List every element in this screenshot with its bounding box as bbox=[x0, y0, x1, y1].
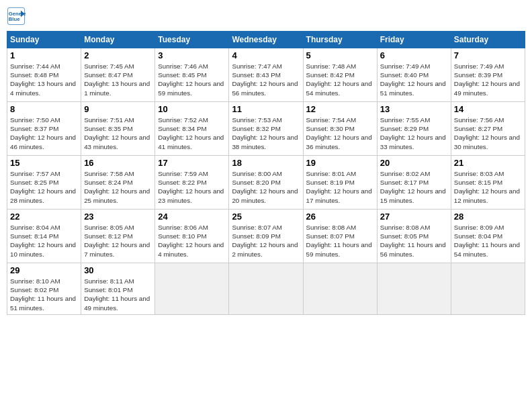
day-info: Sunrise: 7:47 AM Sunset: 8:43 PM Dayligh… bbox=[232, 62, 300, 97]
day-info: Sunrise: 8:09 AM Sunset: 8:04 PM Dayligh… bbox=[454, 223, 522, 259]
day-info: Sunrise: 8:11 AM Sunset: 8:01 PM Dayligh… bbox=[84, 277, 152, 312]
day-cell-18: 18 Sunrise: 8:00 AM Sunset: 8:20 PM Dayl… bbox=[229, 156, 303, 210]
day-info: Sunrise: 7:45 AM Sunset: 8:47 PM Dayligh… bbox=[84, 62, 152, 97]
day-number: 26 bbox=[306, 212, 374, 222]
day-info: Sunrise: 7:58 AM Sunset: 8:24 PM Dayligh… bbox=[84, 169, 152, 205]
day-info: Sunrise: 7:49 AM Sunset: 8:40 PM Dayligh… bbox=[380, 62, 448, 97]
weekday-monday: Monday bbox=[81, 32, 155, 48]
day-number: 11 bbox=[232, 104, 300, 114]
calendar-body: 1 Sunrise: 7:44 AM Sunset: 8:48 PM Dayli… bbox=[7, 48, 525, 315]
weekday-wednesday: Wednesday bbox=[229, 32, 303, 48]
day-number: 6 bbox=[380, 50, 448, 60]
weekday-header: SundayMondayTuesdayWednesdayThursdayFrid… bbox=[7, 32, 525, 48]
day-number: 19 bbox=[306, 158, 374, 168]
day-number: 24 bbox=[158, 212, 226, 222]
day-cell-8: 8 Sunrise: 7:50 AM Sunset: 8:37 PM Dayli… bbox=[7, 102, 81, 156]
day-info: Sunrise: 7:46 AM Sunset: 8:45 PM Dayligh… bbox=[158, 62, 226, 97]
day-number: 30 bbox=[84, 265, 152, 275]
day-number: 20 bbox=[380, 158, 448, 168]
logo-icon: General Blue bbox=[7, 7, 26, 26]
day-info: Sunrise: 8:00 AM Sunset: 8:20 PM Dayligh… bbox=[232, 169, 300, 205]
weekday-saturday: Saturday bbox=[451, 32, 525, 48]
day-info: Sunrise: 8:10 AM Sunset: 8:02 PM Dayligh… bbox=[10, 277, 78, 312]
day-cell-25: 25 Sunrise: 8:07 AM Sunset: 8:09 PM Dayl… bbox=[229, 210, 303, 263]
logo: General Blue bbox=[7, 7, 28, 26]
day-cell-23: 23 Sunrise: 8:05 AM Sunset: 8:12 PM Dayl… bbox=[81, 210, 155, 263]
day-number: 10 bbox=[158, 104, 226, 114]
day-cell-11: 11 Sunrise: 7:53 AM Sunset: 8:32 PM Dayl… bbox=[229, 102, 303, 156]
calendar-week: 29 Sunrise: 8:10 AM Sunset: 8:02 PM Dayl… bbox=[7, 263, 525, 315]
day-cell-3: 3 Sunrise: 7:46 AM Sunset: 8:45 PM Dayli… bbox=[155, 48, 229, 102]
empty-cell bbox=[451, 263, 525, 315]
day-number: 8 bbox=[10, 104, 78, 114]
header: General Blue bbox=[7, 7, 525, 26]
empty-cell bbox=[229, 263, 303, 315]
day-info: Sunrise: 7:44 AM Sunset: 8:48 PM Dayligh… bbox=[10, 62, 78, 97]
day-number: 27 bbox=[380, 212, 448, 222]
weekday-thursday: Thursday bbox=[303, 32, 377, 48]
day-number: 25 bbox=[232, 212, 300, 222]
day-cell-4: 4 Sunrise: 7:47 AM Sunset: 8:43 PM Dayli… bbox=[229, 48, 303, 102]
day-cell-6: 6 Sunrise: 7:49 AM Sunset: 8:40 PM Dayli… bbox=[377, 48, 451, 102]
day-number: 5 bbox=[306, 50, 374, 60]
day-number: 21 bbox=[454, 158, 522, 168]
day-number: 9 bbox=[84, 104, 152, 114]
day-number: 16 bbox=[84, 158, 152, 168]
day-info: Sunrise: 8:04 AM Sunset: 8:14 PM Dayligh… bbox=[10, 223, 78, 259]
day-cell-2: 2 Sunrise: 7:45 AM Sunset: 8:47 PM Dayli… bbox=[81, 48, 155, 102]
day-number: 18 bbox=[232, 158, 300, 168]
day-number: 14 bbox=[454, 104, 522, 114]
empty-cell bbox=[377, 263, 451, 315]
day-info: Sunrise: 7:52 AM Sunset: 8:34 PM Dayligh… bbox=[158, 116, 226, 151]
weekday-tuesday: Tuesday bbox=[155, 32, 229, 48]
day-cell-12: 12 Sunrise: 7:54 AM Sunset: 8:30 PM Dayl… bbox=[303, 102, 377, 156]
day-cell-7: 7 Sunrise: 7:49 AM Sunset: 8:39 PM Dayli… bbox=[451, 48, 525, 102]
day-number: 3 bbox=[158, 50, 226, 60]
day-cell-10: 10 Sunrise: 7:52 AM Sunset: 8:34 PM Dayl… bbox=[155, 102, 229, 156]
day-number: 22 bbox=[10, 212, 78, 222]
weekday-friday: Friday bbox=[377, 32, 451, 48]
day-cell-27: 27 Sunrise: 8:08 AM Sunset: 8:05 PM Dayl… bbox=[377, 210, 451, 263]
day-info: Sunrise: 7:59 AM Sunset: 8:22 PM Dayligh… bbox=[158, 169, 226, 205]
day-number: 13 bbox=[380, 104, 448, 114]
day-number: 2 bbox=[84, 50, 152, 60]
day-cell-1: 1 Sunrise: 7:44 AM Sunset: 8:48 PM Dayli… bbox=[7, 48, 81, 102]
day-number: 1 bbox=[10, 50, 78, 60]
day-cell-26: 26 Sunrise: 8:08 AM Sunset: 8:07 PM Dayl… bbox=[303, 210, 377, 263]
day-cell-9: 9 Sunrise: 7:51 AM Sunset: 8:35 PM Dayli… bbox=[81, 102, 155, 156]
day-cell-28: 28 Sunrise: 8:09 AM Sunset: 8:04 PM Dayl… bbox=[451, 210, 525, 263]
day-info: Sunrise: 7:57 AM Sunset: 8:25 PM Dayligh… bbox=[10, 169, 78, 205]
day-number: 29 bbox=[10, 265, 78, 275]
empty-cell bbox=[303, 263, 377, 315]
day-info: Sunrise: 7:51 AM Sunset: 8:35 PM Dayligh… bbox=[84, 116, 152, 151]
day-info: Sunrise: 8:06 AM Sunset: 8:10 PM Dayligh… bbox=[158, 223, 226, 259]
day-number: 15 bbox=[10, 158, 78, 168]
day-number: 12 bbox=[306, 104, 374, 114]
empty-cell bbox=[155, 263, 229, 315]
day-cell-30: 30 Sunrise: 8:11 AM Sunset: 8:01 PM Dayl… bbox=[81, 263, 155, 315]
calendar-week: 1 Sunrise: 7:44 AM Sunset: 8:48 PM Dayli… bbox=[7, 48, 525, 102]
day-cell-5: 5 Sunrise: 7:48 AM Sunset: 8:42 PM Dayli… bbox=[303, 48, 377, 102]
day-info: Sunrise: 7:48 AM Sunset: 8:42 PM Dayligh… bbox=[306, 62, 374, 97]
day-info: Sunrise: 7:49 AM Sunset: 8:39 PM Dayligh… bbox=[454, 62, 522, 97]
day-cell-15: 15 Sunrise: 7:57 AM Sunset: 8:25 PM Dayl… bbox=[7, 156, 81, 210]
day-cell-22: 22 Sunrise: 8:04 AM Sunset: 8:14 PM Dayl… bbox=[7, 210, 81, 263]
day-info: Sunrise: 8:05 AM Sunset: 8:12 PM Dayligh… bbox=[84, 223, 152, 259]
day-info: Sunrise: 7:53 AM Sunset: 8:32 PM Dayligh… bbox=[232, 116, 300, 151]
day-info: Sunrise: 7:56 AM Sunset: 8:27 PM Dayligh… bbox=[454, 116, 522, 151]
day-info: Sunrise: 7:54 AM Sunset: 8:30 PM Dayligh… bbox=[306, 116, 374, 151]
weekday-sunday: Sunday bbox=[7, 32, 81, 48]
day-info: Sunrise: 7:50 AM Sunset: 8:37 PM Dayligh… bbox=[10, 116, 78, 151]
day-info: Sunrise: 7:55 AM Sunset: 8:29 PM Dayligh… bbox=[380, 116, 448, 151]
day-info: Sunrise: 8:08 AM Sunset: 8:07 PM Dayligh… bbox=[306, 223, 374, 259]
calendar-week: 22 Sunrise: 8:04 AM Sunset: 8:14 PM Dayl… bbox=[7, 210, 525, 263]
day-cell-20: 20 Sunrise: 8:02 AM Sunset: 8:17 PM Dayl… bbox=[377, 156, 451, 210]
day-cell-21: 21 Sunrise: 8:03 AM Sunset: 8:15 PM Dayl… bbox=[451, 156, 525, 210]
day-info: Sunrise: 8:01 AM Sunset: 8:19 PM Dayligh… bbox=[306, 169, 374, 205]
calendar: SundayMondayTuesdayWednesdayThursdayFrid… bbox=[7, 31, 525, 315]
calendar-week: 15 Sunrise: 7:57 AM Sunset: 8:25 PM Dayl… bbox=[7, 156, 525, 210]
day-cell-24: 24 Sunrise: 8:06 AM Sunset: 8:10 PM Dayl… bbox=[155, 210, 229, 263]
svg-text:Blue: Blue bbox=[9, 16, 20, 22]
day-info: Sunrise: 8:08 AM Sunset: 8:05 PM Dayligh… bbox=[380, 223, 448, 259]
day-info: Sunrise: 8:07 AM Sunset: 8:09 PM Dayligh… bbox=[232, 223, 300, 259]
